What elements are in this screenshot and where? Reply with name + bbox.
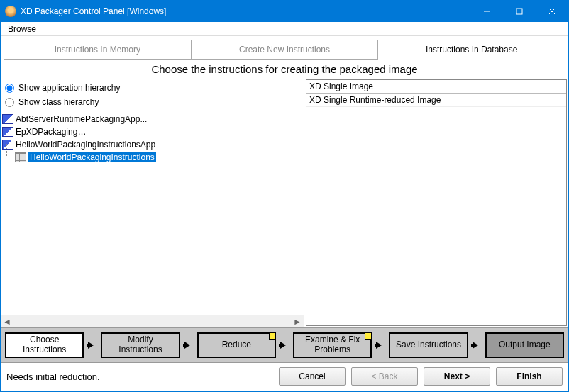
- arrow-icon: [182, 340, 196, 351]
- app-icon: [2, 114, 13, 124]
- scroll-track[interactable]: [13, 315, 291, 327]
- list-item[interactable]: XD Single Image: [306, 80, 566, 94]
- finish-button[interactable]: Finish: [496, 367, 563, 386]
- tree-item-selected[interactable]: HelloWorldPackagingInstructions: [15, 151, 302, 164]
- close-button[interactable]: [536, 1, 568, 22]
- scroll-right-icon[interactable]: ►: [291, 315, 304, 327]
- svg-rect-1: [516, 9, 522, 14]
- radio-class-label: Show class hierarchy: [18, 97, 99, 107]
- tree-label: EpXDPackaging…: [16, 127, 86, 137]
- tree-item[interactable]: HelloWorldPackagingInstructionsApp: [2, 138, 302, 151]
- window-title: XD Packager Control Panel [Windows]: [21, 6, 470, 16]
- list-item[interactable]: XD Single Runtime-reduced Image: [306, 94, 566, 107]
- svg-rect-7: [183, 344, 186, 347]
- step-save-instructions[interactable]: Save Instructions: [389, 332, 468, 358]
- tab-instructions-in-database[interactable]: Instructions In Database: [378, 40, 565, 60]
- horizontal-scrollbar[interactable]: ◄ ►: [1, 315, 304, 327]
- tree-label: HelloWorldPackagingInstructions: [28, 152, 156, 162]
- wizard-steps: Choose Instructions Modify Instructions …: [1, 327, 568, 363]
- app-icon: [2, 127, 13, 137]
- step-label: Output Image: [499, 340, 551, 350]
- menubar: Browse: [1, 22, 568, 36]
- image-type-list[interactable]: XD Single Image XD Single Runtime-reduce…: [306, 79, 567, 326]
- step-output-image[interactable]: Output Image: [485, 332, 564, 358]
- app-icon: [5, 6, 16, 17]
- radio-app-label: Show application hierarchy: [18, 83, 120, 93]
- minimize-button[interactable]: [470, 1, 503, 22]
- radio-class-input[interactable]: [5, 98, 14, 107]
- arrow-icon: [470, 340, 484, 351]
- tree-item[interactable]: EpXDPackaging…: [2, 125, 302, 138]
- tree-label: AbtServerRuntimePackagingApp...: [16, 114, 147, 124]
- main-panes: Show application hierarchy Show class hi…: [1, 79, 568, 327]
- tree-label: HelloWorldPackagingInstructionsApp: [16, 140, 155, 150]
- arrow-icon: [373, 340, 387, 351]
- note-icon: [365, 332, 372, 340]
- tab-create-new-instructions[interactable]: Create New Instructions: [192, 40, 379, 60]
- hierarchy-radiogroup: Show application hierarchy Show class hi…: [1, 79, 304, 111]
- right-pane: XD Single Image XD Single Runtime-reduce…: [304, 79, 568, 327]
- svg-rect-11: [375, 344, 377, 347]
- back-button[interactable]: < Back: [351, 367, 418, 386]
- tabstrip: Instructions In Memory Create New Instru…: [1, 36, 568, 59]
- maximize-button[interactable]: [503, 1, 536, 22]
- svg-rect-13: [471, 344, 474, 347]
- step-label: Reduce: [222, 340, 251, 350]
- left-pane: Show application hierarchy Show class hi…: [1, 79, 304, 327]
- svg-rect-5: [87, 344, 89, 347]
- step-label: Choose Instructions: [9, 335, 79, 355]
- next-button[interactable]: Next >: [424, 367, 490, 386]
- arrow-icon: [277, 340, 292, 351]
- step-label: Save Instructions: [396, 340, 461, 350]
- step-modify-instructions[interactable]: Modify Instructions: [101, 332, 179, 358]
- radio-show-class-hierarchy[interactable]: Show class hierarchy: [5, 95, 299, 109]
- step-reduce[interactable]: Reduce: [197, 332, 276, 358]
- step-examine-fix[interactable]: Examine & Fix Problems: [293, 332, 372, 358]
- cancel-button[interactable]: Cancel: [279, 367, 346, 386]
- menu-browse[interactable]: Browse: [4, 23, 40, 35]
- tab-instructions-in-memory[interactable]: Instructions In Memory: [4, 40, 192, 60]
- step-label: Modify Instructions: [105, 335, 175, 355]
- instructions-icon: [15, 152, 26, 162]
- hierarchy-tree[interactable]: AbtServerRuntimePackagingApp... EpXDPack…: [1, 111, 304, 315]
- arrow-icon: [85, 340, 99, 351]
- scroll-left-icon[interactable]: ◄: [1, 315, 13, 327]
- step-choose-instructions[interactable]: Choose Instructions: [5, 332, 84, 358]
- tree-item[interactable]: AbtServerRuntimePackagingApp...: [2, 113, 302, 125]
- status-text: Needs initial reduction.: [6, 371, 273, 382]
- svg-rect-9: [279, 344, 282, 347]
- step-label: Examine & Fix Problems: [297, 335, 368, 355]
- page-heading: Choose the instructions for creating the…: [1, 59, 568, 79]
- note-icon: [269, 332, 276, 340]
- radio-show-application-hierarchy[interactable]: Show application hierarchy: [5, 81, 299, 95]
- radio-app-input[interactable]: [5, 84, 14, 93]
- titlebar: XD Packager Control Panel [Windows]: [1, 1, 568, 22]
- bottom-bar: Needs initial reduction. Cancel < Back N…: [1, 363, 568, 390]
